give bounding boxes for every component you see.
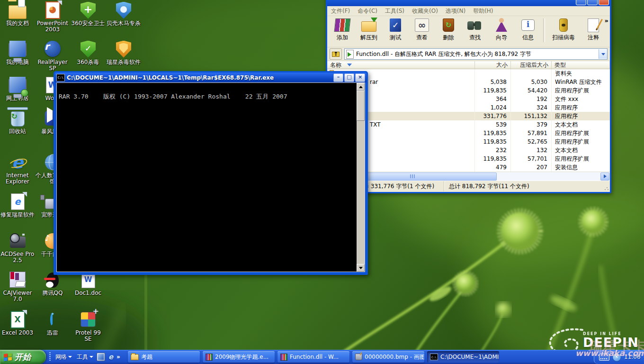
table-row[interactable]: 119,835 54,420 应用程序扩展 — [327, 86, 610, 95]
desktop-icon-recycle-bin[interactable]: 回收站 — [0, 109, 35, 135]
archive-address-combobox[interactable]: Function.dll - 自解压格式 RAR 压缩文件, 解包大小为 818… — [344, 48, 608, 60]
comment-button[interactable]: 注释 — [580, 18, 607, 44]
wizard-button[interactable]: 向导 — [488, 18, 515, 44]
vertical-scrollbar[interactable] — [357, 83, 365, 272]
desktop-icon-label: Internet Explorer — [0, 173, 35, 185]
menu-help[interactable]: 帮助(H) — [469, 7, 497, 15]
up-directory-button[interactable] — [330, 48, 342, 60]
table-row[interactable]: 119,835 57,891 应用程序扩展 — [327, 129, 610, 137]
internet-explorer-icon[interactable] — [107, 353, 115, 361]
menu-options[interactable]: 选项(N) — [442, 7, 469, 15]
cmd-console-area[interactable]: RAR 3.70 版权 (C) 1993-2007 Alexander Rosh… — [56, 82, 365, 272]
resize-grip[interactable] — [604, 185, 609, 191]
scroll-right-arrow-icon[interactable] — [600, 173, 609, 181]
show-desktop-icon[interactable] — [97, 353, 105, 361]
desktop-icon-360-antivirus[interactable]: 360杀毒 — [71, 40, 105, 65]
cmd-title-bar[interactable]: C:\DOCUME~1\ADMINI~1\LOCALS~1\Temp\Rar$E… — [55, 73, 367, 82]
desktop-icon-powerpoint[interactable]: PowerPoint 2003 — [36, 1, 70, 33]
desktop-icon-beike[interactable]: 贝壳木马专杀 — [107, 1, 141, 27]
menu-favorites[interactable]: 收藏夹(O) — [408, 7, 442, 15]
taskbar-item-winrar-function-dll[interactable]: Function.dll - W... — [277, 351, 349, 363]
chevron-down-icon — [89, 356, 93, 358]
menu-commands[interactable]: 命令(C) — [354, 7, 381, 15]
desktop-icon-my-documents[interactable]: 我的文档 — [0, 1, 35, 27]
test-archive-icon — [386, 18, 405, 33]
table-row[interactable]: TXT 539 379 文本文档 — [327, 120, 610, 129]
desktop-icon-realplayer[interactable]: RealPlayer SP — [36, 40, 70, 72]
quick-menu-network[interactable]: 网络 — [54, 352, 73, 362]
desktop-icon-acdsee[interactable]: ACDSee Pro 2.5 — [0, 232, 35, 264]
menu-tools[interactable]: 工具(S) — [381, 7, 408, 15]
add-button[interactable]: 添加 — [329, 18, 356, 44]
column-header-packed-size[interactable]: 压缩后大小 — [511, 61, 552, 69]
close-button[interactable] — [599, 0, 609, 5]
table-row[interactable]: 1,024 324 应用程序 — [327, 103, 610, 112]
table-row[interactable]: 364 192 文件 xxx — [327, 95, 610, 103]
start-button[interactable]: 开始 — [0, 350, 46, 364]
taskbar-item-winrar-physics[interactable]: 2009物理光学题.e... — [203, 351, 275, 363]
winrar-status-bar: 已选择 331,776 字节(1 个文件) 总计 818,792 字节(11 个… — [327, 181, 610, 191]
scrollbar-thumb[interactable] — [357, 91, 365, 121]
winrar-title-bar[interactable] — [327, 0, 610, 6]
find-files-icon — [465, 18, 484, 33]
minimize-button[interactable] — [333, 73, 343, 82]
winrar-icon — [280, 354, 287, 361]
combobox-dropdown-arrow-icon[interactable] — [599, 49, 607, 59]
delete-button[interactable]: 删除 — [435, 18, 462, 44]
table-row[interactable]: rar 5,038 5,030 WinRAR 压缩文件 — [327, 78, 610, 86]
table-row-selected[interactable]: 331,776 151,132 应用程序 — [327, 112, 610, 120]
quick-launch-overflow-chevron-icon[interactable] — [116, 354, 120, 360]
desktop-icon-my-computer[interactable]: 我的电脑 — [0, 40, 35, 65]
desktop-icon-thunder[interactable]: 迅雷 — [36, 310, 70, 336]
realplayer-icon — [45, 41, 61, 57]
desktop-icon-360-safe[interactable]: 360安全卫士 — [71, 1, 105, 27]
extract-to-button[interactable]: 解压到 — [356, 18, 382, 44]
winrar-window: 文件(F) 命令(C) 工具(S) 收藏夹(O) 选项(N) 帮助(H) 添加 … — [326, 0, 611, 193]
view-button[interactable]: 查看 — [409, 18, 435, 44]
column-header-type[interactable]: 类型 — [552, 61, 610, 69]
desktop-icon-rising[interactable]: 瑞星杀毒软件 — [107, 40, 141, 65]
add-archive-icon — [333, 18, 352, 33]
minimize-button[interactable] — [576, 0, 586, 5]
winrar-menu-bar: 文件(F) 命令(C) 工具(S) 收藏夹(O) 选项(N) 帮助(H) — [327, 6, 610, 16]
scroll-up-arrow-icon[interactable] — [357, 83, 365, 91]
column-header-name[interactable]: 名称 — [327, 61, 475, 69]
horizontal-scrollbar[interactable] — [327, 172, 610, 181]
info-icon — [519, 18, 537, 33]
table-row[interactable]: 119,835 52,765 应用程序扩展 — [327, 137, 610, 146]
desktop-icon-cajviewer[interactable]: CAJViewer 7.0 — [0, 271, 35, 302]
desktop-icon-label: 修复瑞星软件 — [0, 212, 35, 218]
desktop-icon-internet-explorer[interactable]: Internet Explorer — [0, 153, 35, 185]
file-list-header: 名称 大小 压缩后大小 类型 — [327, 61, 610, 69]
menu-file[interactable]: 文件(F) — [327, 7, 354, 15]
table-row[interactable]: 119,835 57,701 应用程序扩展 — [327, 155, 610, 163]
desktop-icon-network-places[interactable]: 网上邻居 — [0, 76, 35, 101]
toolbar-overflow-chevron-icon[interactable] — [605, 17, 608, 24]
cmd-icon — [430, 354, 438, 360]
360-antivirus-shield-icon — [80, 41, 96, 58]
virus-scan-button[interactable]: 扫描病毒 — [547, 18, 580, 44]
close-button[interactable] — [355, 73, 365, 82]
taskbar-item-kaoti-folder[interactable]: 考题 — [128, 351, 200, 363]
find-button[interactable]: 查找 — [462, 18, 488, 44]
desktop-icon-repair-rising[interactable]: 修复瑞星软件 — [0, 192, 35, 218]
scroll-down-arrow-icon[interactable] — [357, 264, 365, 272]
info-button[interactable]: 信息 — [515, 18, 541, 44]
toolbar-grip[interactable] — [49, 352, 51, 362]
sfx-archive-icon — [346, 50, 354, 59]
360-safe-shield-icon — [80, 2, 96, 19]
column-header-size[interactable]: 大小 — [475, 61, 511, 69]
maximize-button[interactable] — [587, 0, 598, 5]
desktop-icon-label: Excel 2003 — [2, 330, 33, 336]
archive-file-list: 资料夹 rar 5,038 5,030 WinRAR 压缩文件 119,835 … — [327, 69, 610, 172]
table-row-updir[interactable]: 资料夹 — [327, 69, 610, 78]
taskbar-item-cmd-active[interactable]: C:\DOCUME~1\ADMI... — [427, 351, 499, 363]
test-button[interactable]: 测试 — [382, 18, 409, 44]
desktop-icon-protel[interactable]: Protel 99 SE — [71, 310, 105, 342]
table-row[interactable]: 232 132 文本文档 — [327, 146, 610, 155]
quick-menu-tools[interactable]: 工具 — [75, 352, 95, 362]
table-row[interactable]: 479 207 安装信息 — [327, 163, 610, 172]
maximize-button[interactable] — [344, 73, 354, 82]
taskbar-item-paint-bmp[interactable]: 00000000.bmp - 画图 — [352, 351, 424, 363]
desktop-icon-excel[interactable]: Excel 2003 — [0, 310, 35, 336]
